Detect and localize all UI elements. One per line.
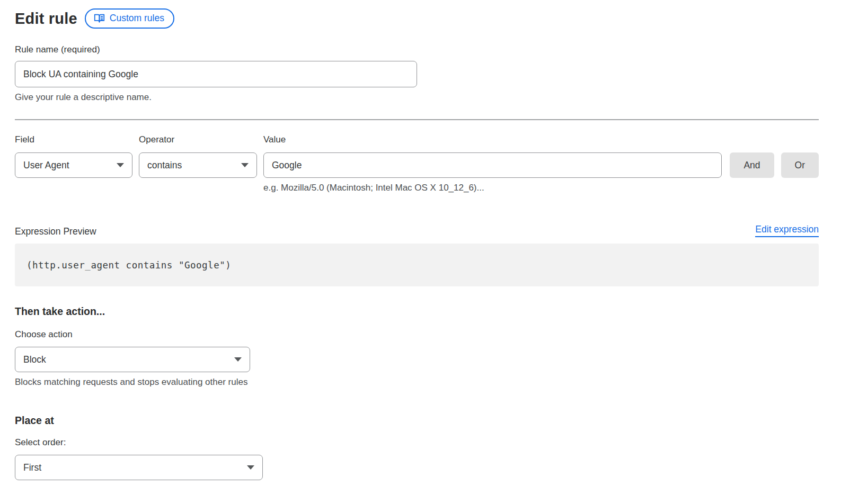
value-column: Value e.g. Mozilla/5.0 (Macintosh; Intel…: [263, 134, 722, 193]
edit-rule-form: Edit rule Custom rules Rule name (requir…: [0, 0, 841, 480]
order-select[interactable]: First: [15, 455, 263, 480]
chevron-down-icon: [117, 163, 124, 167]
operator-column: Operator contains: [139, 134, 257, 178]
open-book-icon: [94, 13, 105, 24]
rule-name-input[interactable]: [15, 61, 417, 87]
value-label: Value: [263, 134, 722, 145]
chevron-down-icon: [247, 465, 254, 470]
custom-rules-docs-label: Custom rules: [110, 14, 164, 23]
chevron-down-icon: [234, 357, 242, 362]
action-help-text: Blocks matching requests and stops evalu…: [15, 377, 819, 388]
field-select-value: User Agent: [23, 160, 69, 171]
operator-select[interactable]: contains: [139, 152, 257, 178]
condition-builder-row: Field User Agent Operator contains Value…: [15, 134, 819, 193]
rule-name-help-text: Give your rule a descriptive name.: [15, 92, 819, 103]
page-title: Edit rule: [15, 10, 77, 28]
field-select[interactable]: User Agent: [15, 152, 132, 178]
order-select-value: First: [23, 462, 41, 473]
field-label: Field: [15, 134, 132, 145]
placement-section-heading: Place at: [15, 415, 819, 427]
operator-select-value: contains: [147, 160, 182, 171]
value-input[interactable]: [263, 152, 722, 178]
expression-preview-box: (http.user_agent contains "Google"): [15, 244, 819, 286]
field-column: Field User Agent: [15, 134, 132, 178]
action-section-heading: Then take action...: [15, 305, 819, 318]
custom-rules-docs-button[interactable]: Custom rules: [85, 8, 174, 29]
operator-label: Operator: [139, 134, 257, 145]
and-or-buttons: And Or: [730, 152, 819, 178]
expression-code: (http.user_agent contains "Google"): [26, 260, 231, 271]
or-button[interactable]: Or: [781, 152, 819, 178]
rule-name-label: Rule name (required): [15, 44, 819, 55]
edit-expression-link[interactable]: Edit expression: [755, 224, 819, 237]
and-button[interactable]: And: [730, 152, 774, 178]
page-header: Edit rule Custom rules: [15, 8, 819, 29]
action-select[interactable]: Block: [15, 347, 250, 372]
chevron-down-icon: [241, 163, 249, 167]
select-order-label: Select order:: [15, 437, 819, 448]
action-select-value: Block: [23, 354, 46, 365]
expression-header-row: Expression Preview Edit expression: [15, 224, 819, 237]
value-help-text: e.g. Mozilla/5.0 (Macintosh; Intel Mac O…: [263, 183, 722, 193]
expression-preview-label: Expression Preview: [15, 226, 96, 237]
section-divider: [15, 119, 819, 120]
choose-action-label: Choose action: [15, 329, 819, 340]
